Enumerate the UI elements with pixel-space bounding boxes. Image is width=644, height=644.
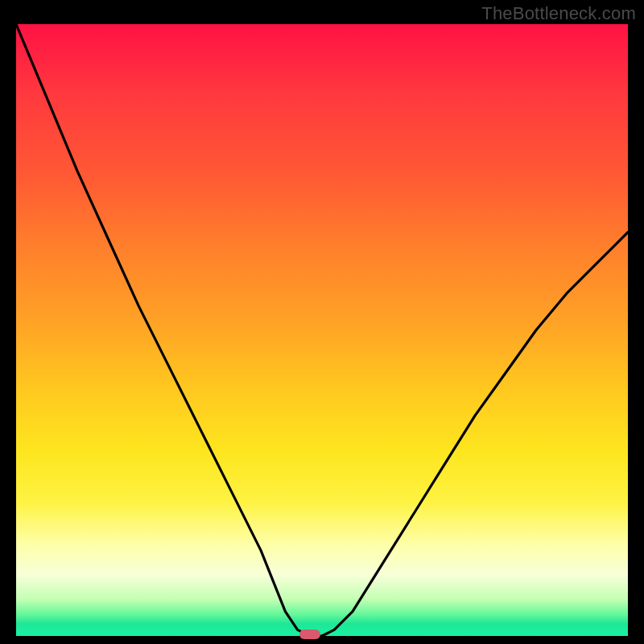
- chart-frame: TheBottleneck.com: [0, 0, 644, 644]
- optimal-marker: [299, 630, 320, 639]
- bottleneck-curve: [16, 24, 628, 636]
- watermark-text: TheBottleneck.com: [481, 3, 636, 24]
- plot-area: [16, 24, 628, 636]
